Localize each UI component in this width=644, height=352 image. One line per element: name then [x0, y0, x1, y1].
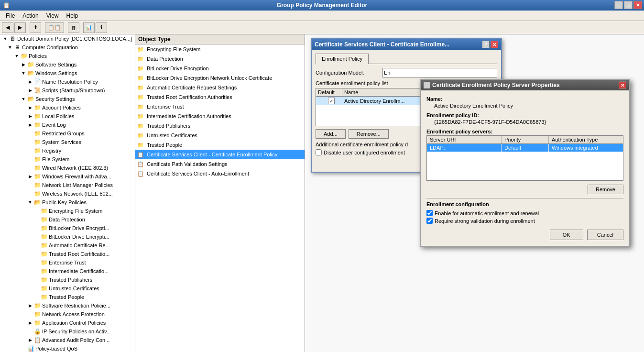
enroll-ok-button[interactable]: OK — [550, 230, 583, 240]
tree-system-services[interactable]: 📁 System Services — [0, 138, 135, 146]
tab-enrollment-policy[interactable]: Enrollment Policy — [316, 54, 369, 64]
tree-computer-config[interactable]: ▼ 🖥 Computer Configuration — [0, 43, 135, 52]
enroll-cancel-button[interactable]: Cancel — [587, 230, 623, 240]
tree-bitlocker1[interactable]: 📁 BitLocker Drive Encrypti... — [0, 224, 135, 232]
maximize-button[interactable]: □ — [624, 1, 633, 9]
tree-auto-cert[interactable]: 📁 Automatic Certificate Re... — [0, 241, 135, 250]
tree-windows-firewall[interactable]: ▶ 📁 Windows Firewall with Adva... — [0, 172, 135, 181]
toggle-acct[interactable]: ▶ — [27, 105, 33, 110]
remove-button[interactable]: Remove... — [349, 129, 389, 139]
tree-wireless-network[interactable]: 📁 Wireless Network (IEEE 802... — [0, 189, 135, 198]
toggle-policies[interactable]: ▼ — [13, 54, 20, 58]
tree-int-cert[interactable]: 📁 Intermediate Certificatio... — [0, 267, 135, 275]
enroll-close-button[interactable]: ✕ — [619, 81, 626, 89]
tree-account-policies[interactable]: ▶ 📁 Account Policies — [0, 103, 135, 112]
tree-security-settings[interactable]: ▼ 📂 Security Settings — [0, 95, 135, 103]
tree-ip-security[interactable]: 🔒 IP Security Policies on Activ... — [0, 327, 135, 336]
menu-action[interactable]: Action — [19, 11, 42, 20]
copy-button[interactable]: 📋📋 — [45, 22, 64, 33]
tree-trusted-pub[interactable]: 📁 Trusted Publishers — [0, 275, 135, 284]
list-item-bitlocker[interactable]: 📁 BitLocker Drive Encryption — [135, 64, 305, 73]
tree-network-list[interactable]: 📁 Network List Manager Policies — [0, 181, 135, 189]
config-model-input[interactable] — [382, 68, 497, 77]
toggle-computer[interactable]: ▼ — [7, 45, 13, 50]
add-button[interactable]: Add... — [316, 129, 346, 139]
toggle-root[interactable]: ▼ — [2, 36, 9, 41]
toggle-local[interactable]: ▶ — [27, 114, 33, 119]
default-checkbox[interactable] — [328, 98, 335, 104]
server-row-0[interactable]: LDAP: Default Windows integrated — [427, 144, 623, 152]
toggle-security[interactable]: ▼ — [20, 97, 27, 101]
tree-policies[interactable]: ▼ 📁 Policies — [0, 52, 135, 60]
list-item-enterprise[interactable]: 📁 Enterprise Trust — [135, 102, 305, 111]
tree-registry[interactable]: 📁 Registry — [0, 146, 135, 155]
dialog-cert-close-button[interactable]: ✕ — [491, 41, 498, 48]
enable-auto-enroll-checkbox[interactable] — [426, 210, 433, 216]
server-remove-button[interactable]: Remove — [588, 185, 623, 194]
list-item-encfs[interactable]: 📁 Encrypting File System — [135, 44, 305, 54]
tree-trusted-root[interactable]: 📁 Trusted Root Certificatio... — [0, 250, 135, 258]
dialog-enroll-props: Certificate Enrollment Policy Server Pro… — [420, 79, 630, 247]
tree-untrusted[interactable]: 📁 Untrusted Certificates — [0, 284, 135, 293]
list-item-cert-path[interactable]: 📋 Certificate Path Validation Settings — [135, 159, 305, 169]
toggle-windows[interactable]: ▼ — [20, 71, 27, 76]
forward-button[interactable]: ▶ — [14, 22, 26, 33]
menu-view[interactable]: View — [43, 11, 63, 20]
menu-help[interactable]: Help — [63, 11, 82, 20]
help-button[interactable]: ℹ — [96, 22, 107, 33]
list-item-trusted-pub[interactable]: 📁 Trusted Publishers — [135, 121, 305, 131]
toggle-scripts[interactable]: ▶ — [27, 88, 33, 93]
list-item-trusted-people[interactable]: 📁 Trusted People — [135, 140, 305, 150]
tree-network-access[interactable]: 📁 Network Access Protection — [0, 310, 135, 319]
list-item-untrusted[interactable]: 📁 Untrusted Certificates — [135, 131, 305, 140]
toggle-advaudit[interactable]: ▶ — [27, 338, 33, 342]
tree-file-system[interactable]: 📁 File System — [0, 155, 135, 164]
list-item-intermediate[interactable]: 📁 Intermediate Certification Authorities — [135, 111, 305, 121]
up-button[interactable]: ⬆ — [30, 22, 41, 33]
close-button[interactable]: ✕ — [633, 1, 642, 9]
tree-local-policies[interactable]: ▶ 📁 Local Policies — [0, 112, 135, 121]
toggle-pubkey[interactable]: ▼ — [27, 200, 33, 205]
toggle-appctrl[interactable]: ▶ — [27, 320, 33, 325]
local-label: Local Policies — [42, 113, 74, 119]
tree-trusted-people[interactable]: 📁 Trusted People — [0, 293, 135, 301]
tree-policy-qos[interactable]: 📊 Policy-based QoS — [0, 344, 135, 352]
tree-event-log[interactable]: ▶ 📁 Event Log — [0, 121, 135, 129]
tree-public-key[interactable]: ▼ 📂 Public Key Policies — [0, 198, 135, 207]
list-item-auto-enroll[interactable]: 📋 Certificate Services Client - Auto-Enr… — [135, 169, 305, 178]
require-strong-checkbox[interactable] — [426, 218, 433, 224]
minimize-button[interactable]: ─ — [614, 1, 623, 9]
disable-user-checkbox[interactable] — [316, 149, 322, 155]
tree-restricted-groups[interactable]: 📁 Restricted Groups — [0, 129, 135, 138]
delete-button[interactable]: 🗑 — [68, 22, 79, 33]
tree-software-settings[interactable]: ▶ 📁 Software Settings — [0, 60, 135, 69]
list-item-dataprot[interactable]: 📁 Data Protection — [135, 54, 305, 64]
tree-enterprise-trust[interactable]: 📁 Enterprise Trust — [0, 258, 135, 267]
tree-bitlocker2[interactable]: 📁 BitLocker Drive Encrypti... — [0, 232, 135, 241]
toggle-event[interactable]: ▶ — [27, 122, 33, 127]
properties-button[interactable]: 📊 — [83, 22, 95, 33]
toggle-name-res[interactable]: ▶ — [27, 79, 33, 84]
tree-wired-network[interactable]: 📁 Wired Network (IEEE 802.3) — [0, 164, 135, 172]
back-button[interactable]: ◀ — [2, 22, 13, 33]
tree-root[interactable]: ▼ 🖥 Default Domain Policy [DC1.CONTOSO.L… — [0, 34, 135, 43]
list-item-cert-enroll[interactable]: 📋 Certificate Services Client - Certific… — [135, 150, 305, 159]
menu-file[interactable]: File — [2, 11, 19, 20]
root-label: Default Domain Policy [DC1.CONTOSO.LOCA.… — [17, 36, 132, 42]
dialog-cert-help-button[interactable]: ? — [482, 41, 490, 48]
tree-app-control[interactable]: ▶ 📁 Application Control Policies — [0, 319, 135, 327]
tree-enc-fs[interactable]: 📁 Encrypting File System — [0, 207, 135, 215]
toggle-swrestr[interactable]: ▶ — [27, 303, 33, 308]
list-item-auto-cert[interactable]: 📁 Automatic Certificate Request Settings — [135, 83, 305, 92]
tree-scripts[interactable]: ▶ 📜 Scripts (Startup/Shutdown) — [0, 86, 135, 95]
tree-advanced-audit[interactable]: ▶ 📋 Advanced Audit Policy Con... — [0, 336, 135, 344]
list-item-trusted-root[interactable]: 📁 Trusted Root Certification Authorities — [135, 92, 305, 102]
intcert-icon: 📁 — [40, 267, 48, 275]
tree-sw-restriction[interactable]: ▶ 📁 Software Restriction Policie... — [0, 301, 135, 310]
toggle-firewall[interactable]: ▶ — [27, 174, 33, 179]
tree-name-resolution[interactable]: ▶ 📄 Name Resolution Policy — [0, 77, 135, 86]
list-item-bitlocker-network[interactable]: 📁 BitLocker Drive Encryption Network Unl… — [135, 73, 305, 83]
tree-windows-settings[interactable]: ▼ 📂 Windows Settings — [0, 69, 135, 77]
toggle-software[interactable]: ▶ — [20, 62, 27, 67]
tree-data-prot[interactable]: 📁 Data Protection — [0, 215, 135, 224]
